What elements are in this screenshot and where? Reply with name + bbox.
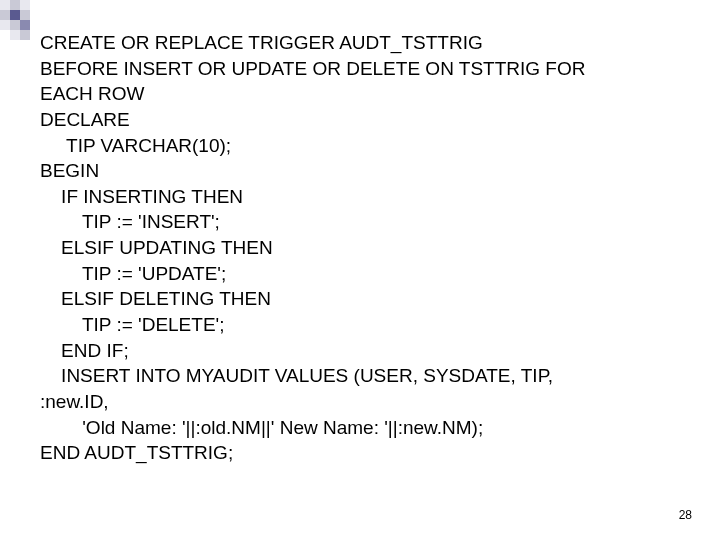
code-line: INSERT INTO MYAUDIT VALUES (USER, SYSDAT… — [40, 365, 553, 386]
code-line: BEGIN — [40, 160, 99, 181]
code-line: TIP := 'DELETE'; — [40, 314, 224, 335]
code-line: EACH ROW — [40, 83, 145, 104]
code-line: BEFORE INSERT OR UPDATE OR DELETE ON TST… — [40, 58, 585, 79]
slide-number: 28 — [679, 508, 692, 522]
code-line: END AUDT_TSTTRIG; — [40, 442, 233, 463]
code-line: TIP VARCHAR(10); — [40, 135, 231, 156]
code-line: CREATE OR REPLACE TRIGGER AUDT_TSTTRIG — [40, 32, 483, 53]
code-line: 'Old Name: '||:old.NM||' New Name: '||:n… — [40, 417, 483, 438]
code-line: IF INSERTING THEN — [40, 186, 243, 207]
code-block: CREATE OR REPLACE TRIGGER AUDT_TSTTRIG B… — [40, 30, 690, 466]
code-line: DECLARE — [40, 109, 130, 130]
code-line: TIP := 'INSERT'; — [40, 211, 220, 232]
code-line: TIP := 'UPDATE'; — [40, 263, 226, 284]
code-line: ELSIF UPDATING THEN — [40, 237, 273, 258]
code-line: ELSIF DELETING THEN — [40, 288, 271, 309]
code-line: :new.ID, — [40, 391, 109, 412]
corner-decoration — [0, 0, 30, 40]
code-line: END IF; — [40, 340, 129, 361]
